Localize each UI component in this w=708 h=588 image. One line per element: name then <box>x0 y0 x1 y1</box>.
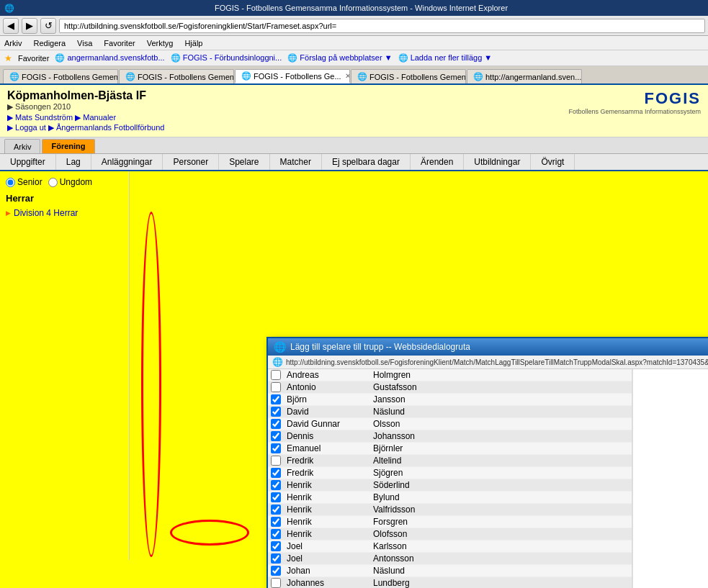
player-checkbox[interactable] <box>271 553 281 564</box>
menu-favoriter[interactable]: Favoriter <box>104 39 135 48</box>
forward-button[interactable]: ▶ <box>22 18 37 34</box>
menu-redigera[interactable]: Redigera <box>33 39 66 48</box>
nav-anlaggningar[interactable]: Anläggningar <box>91 154 163 170</box>
player-list-container[interactable]: AndreasHolmgrenAntonioGustafssonBjörnJan… <box>268 369 632 588</box>
sidebar-division[interactable]: Division 4 Herrar <box>6 208 123 218</box>
fogis-logo: FOGIS Fotbollens Gemensamma Informations… <box>568 89 701 115</box>
sidebar-radio-group: Senior Ungdom <box>6 177 123 187</box>
browser-tab-4[interactable]: 🌐FOGIS - Fotbollens Gemen... <box>351 69 466 83</box>
player-checkbox[interactable] <box>271 443 281 453</box>
player-checkbox[interactable] <box>271 529 281 539</box>
player-row: HenrikForsgren <box>268 516 632 528</box>
player-firstname: Henrik <box>287 492 373 502</box>
nav-ovrigt[interactable]: Övrigt <box>531 154 575 170</box>
player-checkbox[interactable] <box>271 370 281 380</box>
dialog-ie-icon: 🌐 <box>274 341 286 353</box>
breadcrumb-manualer[interactable]: Manualer <box>83 113 116 122</box>
player-lastname: Söderlind <box>373 480 460 490</box>
player-firstname: Emanuel <box>287 443 373 453</box>
fogis-logo-sub: Fotbollens Gemensamma Informationssystem <box>568 108 701 115</box>
player-checkbox[interactable] <box>271 382 281 392</box>
sidebar-ungdom-label[interactable]: Ungdom <box>48 177 92 187</box>
player-checkbox[interactable] <box>271 492 281 502</box>
browser-menubar: Arkiv Redigera Visa Favoriter Verktyg Hj… <box>0 36 708 50</box>
sidebar-senior-label[interactable]: Senior <box>6 177 42 187</box>
browser-tab-1[interactable]: 🌐FOGIS - Fotbollens Gemen... <box>3 69 118 83</box>
dialog-content: AndreasHolmgrenAntonioGustafssonBjörnJan… <box>268 369 708 588</box>
browser-tab-5[interactable]: 🌐http://angermanland.sven... <box>467 69 582 83</box>
fav-angermanland[interactable]: 🌐 angermanland.svenskfotb... <box>55 53 164 63</box>
back-button[interactable]: ◀ <box>3 18 19 34</box>
red-oval-button-annotation <box>170 520 249 546</box>
nav-uppgifter[interactable]: Uppgifter <box>0 154 56 170</box>
sidebar-senior-radio[interactable] <box>6 178 15 187</box>
player-row: HenrikValfridsson <box>268 504 632 516</box>
refresh-button[interactable]: ↺ <box>40 18 56 34</box>
menu-arkiv[interactable]: Arkiv <box>4 39 22 48</box>
player-lastname: Olsson <box>373 419 460 429</box>
fav-fogis-login[interactable]: 🌐 FOGIS - Förbundsinloggni... <box>171 53 282 63</box>
player-row: DavidNäslund <box>268 406 632 418</box>
breadcrumb-logga-ut[interactable]: Logga ut <box>15 123 46 132</box>
player-lastname: Gustafsson <box>373 382 460 392</box>
breadcrumb-mats[interactable]: Mats Sundström <box>15 113 73 122</box>
nav-arenden[interactable]: Ärenden <box>411 154 464 170</box>
player-row: David GunnarOlsson <box>268 418 632 430</box>
player-checkbox[interactable] <box>271 468 281 478</box>
menu-verktyg[interactable]: Verktyg <box>147 39 174 48</box>
dialog-titlebar: 🌐 Lägg till spelare till trupp -- Webbsi… <box>268 338 708 356</box>
player-lastname: Näslund <box>373 566 460 576</box>
sidebar-ungdom-radio[interactable] <box>48 178 58 187</box>
nav-tab-forening[interactable]: Förening <box>42 139 94 153</box>
breadcrumb-angermanland[interactable]: Ångermanlands Fotbollförbund <box>56 123 164 132</box>
player-firstname: Henrik <box>287 517 373 527</box>
nav-tab-arkiv[interactable]: Arkiv <box>4 139 40 153</box>
nav-lag[interactable]: Lag <box>56 154 91 170</box>
browser-navbar: ◀ ▶ ↺ <box>0 16 708 36</box>
player-checkbox[interactable] <box>271 566 281 576</box>
browser-tab-3[interactable]: 🌐FOGIS - Fotbollens Ge...✕ <box>235 69 350 83</box>
player-firstname: Joel <box>287 553 373 564</box>
menu-hjalp[interactable]: Hjälp <box>184 39 202 48</box>
player-checkbox[interactable] <box>271 517 281 527</box>
player-checkbox[interactable] <box>271 431 281 441</box>
nav-spelare[interactable]: Spelare <box>219 154 269 170</box>
browser-tab-2[interactable]: 🌐FOGIS - Fotbollens Gemen... <box>119 69 234 83</box>
player-checkbox[interactable] <box>271 407 281 417</box>
menu-visa[interactable]: Visa <box>77 39 92 48</box>
app-header: Köpmanholmen-Bjästa IF ▶ Säsongen 2010 ▶… <box>0 85 708 137</box>
player-lastname: Näslund <box>373 407 460 417</box>
player-firstname: Joel <box>287 541 373 551</box>
nav-ej-spelbara[interactable]: Ej spelbara dagar <box>322 154 411 170</box>
address-bar[interactable] <box>59 19 705 33</box>
player-row: JoelKarlsson <box>268 540 632 553</box>
fav-forslag[interactable]: 🌐 Förslag på webbplatser ▼ <box>287 53 392 63</box>
player-lastname: Forsgren <box>373 517 460 527</box>
tab-3-close-button[interactable]: ✕ <box>344 72 350 80</box>
nav-matcher[interactable]: Matcher <box>270 154 322 170</box>
browser-titlebar: 🌐 FOGIS - Fotbollens Gemensamma Informat… <box>0 0 708 16</box>
fav-ladda[interactable]: 🌐 Ladda ner fler tillägg ▼ <box>398 53 493 63</box>
player-row: FredrikAltelind <box>268 455 632 467</box>
org-name: Köpmanholmen-Bjästa IF <box>7 89 164 102</box>
player-firstname: Fredrik <box>287 468 373 478</box>
player-checkbox[interactable] <box>271 541 281 551</box>
main-content: 🌐 Lägg till spelare till trupp -- Webbsi… <box>130 171 708 560</box>
player-row: HenrikOlofsson <box>268 528 632 540</box>
player-lastname: Altelind <box>373 456 460 466</box>
player-row: EmanuelBjörnler <box>268 443 632 455</box>
player-checkbox[interactable] <box>271 394 281 404</box>
nav-utbildningar[interactable]: Utbildningar <box>464 154 531 170</box>
season: ▶ Säsongen 2010 <box>7 102 164 112</box>
player-checkbox[interactable] <box>271 505 281 515</box>
breadcrumbs: ▶ Mats Sundström ▶ Manualer <box>7 113 164 122</box>
player-firstname: Henrik <box>287 505 373 515</box>
player-checkbox[interactable] <box>271 419 281 429</box>
player-checkbox[interactable] <box>271 456 281 466</box>
nav-personer[interactable]: Personer <box>163 154 219 170</box>
player-checkbox[interactable] <box>271 480 281 490</box>
player-firstname: Andreas <box>287 370 373 380</box>
player-checkbox[interactable] <box>271 578 281 588</box>
player-firstname: David <box>287 407 373 417</box>
player-firstname: Björn <box>287 394 373 404</box>
